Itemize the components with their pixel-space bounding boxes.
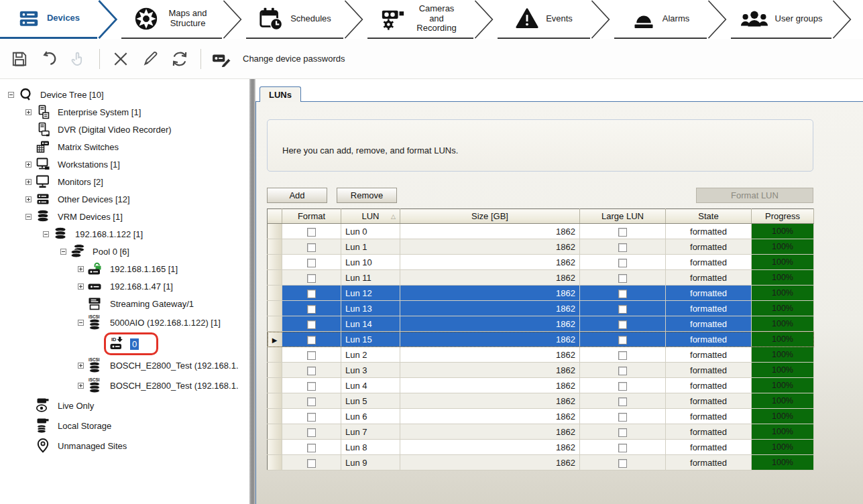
remove-button[interactable]: Remove <box>337 188 397 203</box>
pick-button-disabled[interactable] <box>66 46 91 72</box>
large-lun-checkbox[interactable] <box>618 290 627 298</box>
format-cell[interactable] <box>282 363 341 378</box>
format-checkbox[interactable] <box>307 259 316 267</box>
row-selector[interactable] <box>268 440 282 455</box>
tree-item[interactable]: Device Tree [10] <box>3 86 249 103</box>
large-lun-checkbox[interactable] <box>618 320 627 329</box>
table-row[interactable]: Lun 21862formatted100% <box>268 347 814 363</box>
large-lun-checkbox[interactable] <box>618 259 627 267</box>
tab-cameras-and-recording[interactable]: Cameras and Recording <box>367 0 473 39</box>
row-selector[interactable] <box>268 347 282 363</box>
table-row[interactable]: Lun 91862formatted100% <box>268 455 814 470</box>
tree-item[interactable]: Matrix Switches <box>3 138 249 155</box>
rename-button[interactable] <box>137 46 163 72</box>
tree-item[interactable]: ID0 <box>3 332 249 355</box>
size-cell[interactable]: 1862 <box>400 301 580 316</box>
format-cell[interactable] <box>282 270 341 286</box>
size-cell[interactable]: 1862 <box>400 286 580 301</box>
large-lun-cell[interactable] <box>580 270 666 286</box>
tree-item[interactable]: iSCSIBOSCH_E2800_Test (192.168.1. <box>3 355 249 375</box>
row-selector[interactable] <box>268 224 282 239</box>
tree-item[interactable]: Other Devices [12] <box>3 190 249 208</box>
tree-expander-plus-icon[interactable] <box>75 383 87 389</box>
tree-item[interactable]: iSCSI5000AIO (192.168.1.122) [1] <box>3 312 249 332</box>
lun-name-cell[interactable]: Lun 2 <box>341 347 400 363</box>
row-selector[interactable] <box>268 286 282 301</box>
size-cell[interactable]: 1862 <box>400 332 580 347</box>
lun-name-cell[interactable]: Lun 4 <box>341 378 400 393</box>
large-lun-checkbox[interactable] <box>618 428 627 437</box>
change-device-passwords-label[interactable]: Change device passwords <box>243 54 345 64</box>
large-lun-cell[interactable] <box>580 424 666 440</box>
undo-button[interactable] <box>36 46 62 72</box>
tree-expander-plus-icon[interactable] <box>23 179 34 185</box>
change-device-passwords-icon[interactable] <box>209 46 235 72</box>
lun-name-cell[interactable]: Lun 5 <box>341 393 400 409</box>
column-header-format[interactable]: Format <box>282 209 341 224</box>
tree-expander-plus-icon[interactable] <box>75 284 87 290</box>
tree-item[interactable]: Local Storage <box>3 416 249 436</box>
tree-item[interactable]: Streaming Gateway/1 <box>3 295 249 312</box>
tab-events[interactable]: Events <box>498 0 590 39</box>
lun-name-cell[interactable]: Lun 0 <box>341 224 400 239</box>
tree-expander-minus-icon[interactable] <box>58 249 69 255</box>
tab-devices[interactable]: Devices <box>0 0 97 39</box>
table-row[interactable]: Lun 141862formatted100% <box>268 316 814 332</box>
tree-expander-plus-icon[interactable] <box>23 162 34 168</box>
format-cell[interactable] <box>282 316 341 332</box>
large-lun-checkbox[interactable] <box>618 228 627 237</box>
format-cell[interactable] <box>282 332 341 347</box>
format-cell[interactable] <box>282 440 341 455</box>
row-selector[interactable] <box>268 424 282 440</box>
refresh-button[interactable] <box>167 46 192 72</box>
large-lun-cell[interactable] <box>580 224 666 239</box>
tree-expander-plus-icon[interactable] <box>75 363 87 369</box>
format-checkbox[interactable] <box>307 274 316 283</box>
tree-expander-plus-icon[interactable] <box>23 196 34 202</box>
large-lun-cell[interactable] <box>580 409 666 424</box>
tree-item[interactable]: iSCSIBOSCH_E2800_Test (192.168.1. <box>3 375 249 395</box>
tree-expander-minus-icon[interactable] <box>23 214 34 220</box>
large-lun-cell[interactable] <box>580 316 666 332</box>
table-row[interactable]: Lun 121862formatted100% <box>268 286 814 301</box>
size-cell[interactable]: 1862 <box>400 455 580 470</box>
large-lun-checkbox[interactable] <box>618 243 627 252</box>
format-cell[interactable] <box>282 424 341 440</box>
large-lun-checkbox[interactable] <box>618 397 627 406</box>
tab-alarms[interactable]: Alarms <box>614 0 707 39</box>
row-selector[interactable] <box>268 239 282 255</box>
table-row[interactable]: Lun 51862formatted100% <box>268 393 814 409</box>
tab-schedules[interactable]: Schedules <box>246 0 343 39</box>
size-cell[interactable]: 1862 <box>400 393 580 409</box>
size-cell[interactable]: 1862 <box>400 255 580 270</box>
size-cell[interactable]: 1862 <box>400 409 580 424</box>
format-cell[interactable] <box>282 255 341 270</box>
column-header-size-gb-[interactable]: Size [GB] <box>400 209 580 224</box>
lun-name-cell[interactable]: Lun 3 <box>341 363 400 378</box>
row-selector[interactable] <box>268 301 282 316</box>
large-lun-checkbox[interactable] <box>618 444 627 452</box>
format-checkbox[interactable] <box>307 413 316 422</box>
format-checkbox[interactable] <box>307 336 316 344</box>
large-lun-cell[interactable] <box>580 332 666 347</box>
tree-item[interactable]: Live Only <box>3 395 249 416</box>
lun-name-cell[interactable]: Lun 14 <box>341 316 400 332</box>
tree-item[interactable]: VRM Devices [1] <box>3 208 249 225</box>
lun-name-cell[interactable]: Lun 9 <box>341 455 400 470</box>
size-cell[interactable]: 1862 <box>400 363 580 378</box>
size-cell[interactable]: 1862 <box>400 440 580 455</box>
lun-name-cell[interactable]: Lun 6 <box>341 409 400 424</box>
format-cell[interactable] <box>282 286 341 301</box>
format-cell[interactable] <box>282 378 341 393</box>
tree-item[interactable]: Workstations [1] <box>3 155 249 173</box>
size-cell[interactable]: 1862 <box>400 239 580 255</box>
delete-button[interactable] <box>108 46 133 72</box>
format-checkbox[interactable] <box>307 428 316 437</box>
format-cell[interactable] <box>282 239 341 255</box>
add-button[interactable]: Add <box>267 188 327 203</box>
tab-maps-and-structure[interactable]: Maps and Structure <box>121 0 222 39</box>
table-row[interactable]: Lun 31862formatted100% <box>268 363 814 378</box>
table-row[interactable]: ▶Lun 151862formatted100% <box>268 332 814 347</box>
table-row[interactable]: Lun 111862formatted100% <box>268 270 814 286</box>
table-row[interactable]: Lun 41862formatted100% <box>268 378 814 393</box>
